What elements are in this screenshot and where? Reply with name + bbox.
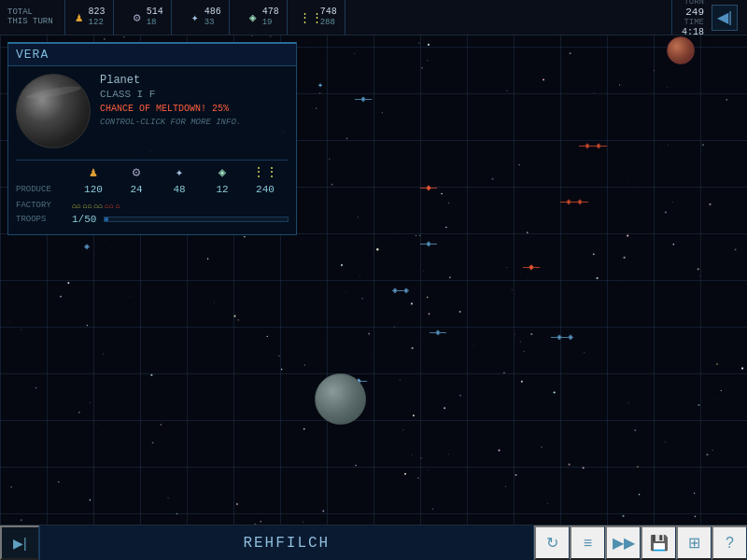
weapons-values: 486 33 (204, 7, 221, 28)
turn-number: 249 (685, 7, 704, 18)
industry-icon: ⚙ (133, 164, 140, 180)
factory-icon-2: ⌂⌂ (83, 202, 92, 210)
produce-label: PRODUCE (16, 185, 72, 194)
prod-icon-wpn: ✦ (158, 164, 201, 180)
time-label: TIME (684, 18, 704, 27)
planet-panel-body: Planet CLASS I F CHANCE OF MELTDOWN! 25%… (8, 66, 296, 156)
total-label: TOTAL THIS TURN (7, 8, 53, 27)
ship-8: —◈— (430, 327, 446, 338)
ship-11: · (714, 359, 720, 370)
map-planet-gray[interactable] (315, 373, 366, 425)
action-btn-2[interactable]: ▶▶ (605, 525, 641, 560)
prod-icon-pop: ♟ (72, 164, 115, 180)
ship-9: —◈—◈ (551, 331, 573, 343)
fuel-sub: 19 (262, 18, 279, 28)
food-values: 748 288 (320, 7, 337, 28)
ship-4: —◈—◈— (560, 196, 588, 207)
panel-divider-1 (16, 160, 289, 161)
ship-12: · (635, 462, 641, 472)
refresh-button[interactable]: ↻ (534, 525, 570, 560)
troops-row: TROOPS 1/50 (8, 212, 296, 227)
turn-info: TURN 249 TIME 4:18 (682, 0, 704, 37)
fuel-icon: ◈ (247, 11, 260, 24)
resource-groups: ♟ 823 122 ⚙ 514 18 ✦ 486 33 ◈ 478 19 (65, 0, 355, 35)
produce-pop: 120 (72, 184, 115, 195)
fleet-prev-button[interactable]: ▶| (0, 525, 39, 560)
prod-data-row: PRODUCE 120 24 48 12 240 (16, 184, 289, 195)
ship-10: —◆— (350, 375, 367, 386)
resource-group-fuel: ◈ 478 19 (239, 0, 288, 35)
game-canvas: ✦—◈——◈—◈——◆——◈—◈——◈——◆—◈—◈—◈——◈—◈—◆—··◈ … (0, 0, 747, 560)
population-values: 823 122 (89, 7, 106, 28)
control-hint: CONTROL-CLICK FOR MORE INFO. (100, 118, 289, 127)
weapons-icon: ✦ (176, 164, 183, 180)
prod-header-row: ♟ ⚙ ✦ ◈ ⋮⋮ (16, 164, 289, 180)
industry-icon: ⚙ (131, 11, 144, 24)
troops-value: 1/50 (72, 214, 96, 225)
meltdown-warning: CHANCE OF MELTDOWN! 25% (100, 104, 289, 114)
ship-0: ✦ (317, 79, 323, 91)
resource-group-industry: ⚙ 514 18 (123, 0, 172, 35)
food-icon: ⋮⋮ (252, 164, 278, 180)
weapons-main: 486 (204, 7, 221, 18)
top-bar: TOTAL THIS TURN ♟ 823 122 ⚙ 514 18 ✦ 486… (0, 0, 747, 35)
factory-icon-red-2: ⌂ (115, 202, 120, 210)
factory-icons: ⌂⌂ ⌂⌂ ⌂⌂ ⌂⌂ ⌂ (72, 202, 120, 210)
weapons-icon: ✦ (189, 11, 202, 24)
ship-1: —◈— (355, 93, 372, 105)
turn-label: TURN (684, 0, 704, 7)
factory-label: FACTORY (16, 201, 72, 210)
ship-5: —◈— (420, 238, 437, 249)
ship-13: ◈ (84, 241, 90, 252)
resource-group-weapons: ✦ 486 33 (181, 0, 230, 35)
ship-7: ◈—◈ (392, 285, 409, 296)
planet-image[interactable] (16, 74, 91, 148)
action-btn-4[interactable]: ⊞ (676, 525, 712, 560)
total-this-turn-section: TOTAL THIS TURN (0, 0, 65, 35)
planet-details: Planet CLASS I F CHANCE OF MELTDOWN! 25%… (100, 74, 289, 148)
food-main: 748 (320, 7, 337, 18)
action-btn-5[interactable]: ? (712, 525, 747, 560)
planet-panel-title: Vera (8, 44, 296, 66)
fuel-icon: ◈ (218, 164, 226, 180)
troops-label: TROOPS (16, 215, 72, 224)
troops-bar-background (104, 217, 289, 222)
planet-class-value: CLASS I F (100, 89, 289, 100)
planet-panel: Vera Planet CLASS I F CHANCE OF MELTDOWN… (7, 42, 297, 235)
produce-food: 240 (244, 184, 287, 195)
resource-group-food: ⋮⋮ 748 288 (297, 0, 345, 35)
population-main: 823 (89, 7, 106, 18)
production-table: ♟ ⚙ ✦ ◈ ⋮⋮ PRODUCE 120 24 (8, 164, 296, 195)
population-sub: 122 (89, 18, 106, 28)
produce-fuel: 12 (201, 184, 244, 195)
produce-wpn: 48 (158, 184, 201, 195)
ship-3: —◆— (420, 182, 437, 193)
industry-sub: 18 (147, 18, 163, 28)
population-icon: ♟ (90, 164, 97, 180)
food-icon: ⋮⋮ (304, 11, 317, 24)
time-value: 4:18 (682, 27, 704, 37)
food-sub: 288 (320, 18, 337, 28)
planet-class-label: Planet (100, 74, 289, 87)
end-turn-button[interactable]: ◀| (712, 5, 738, 31)
map-planet-red[interactable] (667, 36, 695, 64)
action-btn-3[interactable]: 💾 (641, 525, 676, 560)
industry-values: 514 18 (147, 7, 163, 28)
factory-icon-red-1: ⌂⌂ (105, 202, 114, 210)
factory-icon-1: ⌂⌂ (72, 202, 81, 210)
action-btn-1[interactable]: ≡ (570, 525, 605, 560)
ship-6: —◆— (523, 261, 540, 273)
factory-icon-3: ⌂⌂ (93, 202, 103, 210)
bottom-bar: ▶| Rehfilch ↻ ≡ ▶▶ 💾 ⊞ ? (0, 525, 747, 560)
turn-section: TURN 249 TIME 4:18 ◀| (671, 0, 747, 35)
fleet-name[interactable]: Rehfilch (39, 525, 534, 560)
prod-icon-ind: ⚙ (115, 164, 158, 180)
prod-icon-food: ⋮⋮ (244, 164, 287, 180)
factory-row: FACTORY ⌂⌂ ⌂⌂ ⌂⌂ ⌂⌂ ⌂ (8, 199, 296, 212)
weapons-sub: 33 (204, 18, 221, 28)
industry-main: 514 (147, 7, 163, 18)
prod-icon-fuel: ◈ (201, 164, 244, 180)
troops-bar-fill (105, 217, 108, 221)
ship-2: —◈—◈— (579, 140, 607, 151)
population-icon: ♟ (73, 11, 86, 24)
